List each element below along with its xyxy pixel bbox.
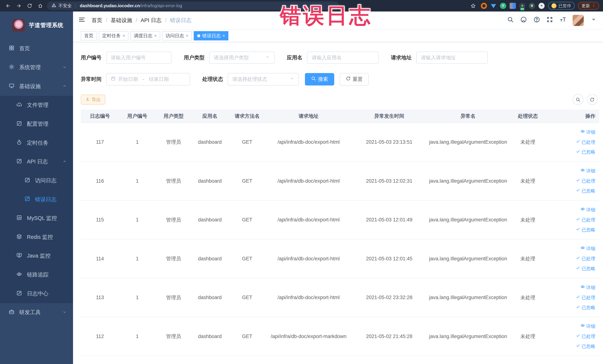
sidebar-item-config[interactable]: 配置管理 [0,115,73,133]
browser-home-icon[interactable] [36,1,45,10]
bookmark-star-icon[interactable] [469,1,477,10]
toggle-search-button[interactable] [573,94,583,105]
sidebar-item-label: 访问日志 [35,177,57,184]
not-secure-warning-icon[interactable] [52,3,56,9]
sidebar-item-home[interactable]: 首页 [0,39,73,58]
search-icon[interactable] [507,16,514,24]
close-tab-icon[interactable]: × [186,33,188,38]
action-已处理[interactable]: 已处理 [549,137,595,147]
sidebar-item-infra[interactable]: 基础设施 [0,77,73,96]
action-详细[interactable]: 详细 [549,282,595,293]
extension-leaf-icon[interactable]: ❦ [529,3,535,9]
breadcrumb-item[interactable]: 首页 [92,17,102,24]
browser-reload-icon[interactable] [25,1,34,10]
sidebar-item-java[interactable]: Java 监控 [0,247,73,266]
request-url-input[interactable]: 请输入请求地址 [416,52,488,64]
export-button-label: 导出 [92,97,101,103]
sidebar-item-error-log[interactable]: 错误日志 [0,190,73,209]
action-已忽略[interactable]: 已忽略 [549,264,595,274]
tab-调度日志[interactable]: 调度日志× [130,31,160,40]
tab-定时任务[interactable]: 定时任务× [99,31,128,40]
fullscreen-icon[interactable] [546,16,553,24]
action-详细[interactable]: 详细 [549,244,595,254]
github-icon[interactable] [520,16,527,24]
breadcrumb-item[interactable]: 基础设施 [111,17,132,24]
extension-adblock-icon[interactable] [481,3,487,9]
extension-vue-icon[interactable]: Y [500,3,506,9]
sidebar-item-label: 错误日志 [35,196,57,203]
caret-down-icon[interactable] [590,16,597,24]
paused-badge[interactable]: 已暂停 [548,2,575,10]
cell-user_id: 1 [119,278,156,317]
column-header: 用户编号 [119,110,156,123]
chevron-up-icon [61,83,68,89]
export-button[interactable]: 导出 [81,94,105,105]
extension-switch-icon[interactable]: ≡ [519,3,525,9]
action-详细[interactable]: 详细 [549,166,595,176]
user-id-input[interactable]: 请输入用户编号 [106,52,172,64]
process-status-select[interactable]: 请选择处理状态 [228,73,299,85]
action-已忽略[interactable]: 已忽略 [549,225,595,235]
tab-错误日志[interactable]: 错误日志× [194,31,228,40]
action-已处理[interactable]: 已处理 [549,254,595,264]
extension-drop-icon[interactable] [490,3,497,9]
sidebar-item-dev-tools[interactable]: 研发工具 [0,303,73,322]
close-tab-icon[interactable]: × [223,33,225,38]
cell-method: GET [228,200,266,239]
main-area: 首页/基础设施/API 日志/错误日志 首页定时任务×调度日志×访问日志×错误日… [73,12,603,364]
sidebar-item-mysql[interactable]: MySQL 监控 [0,209,73,228]
tab-label: 首页 [84,33,93,39]
reset-button[interactable]: 重置 [340,73,369,85]
sidebar-item-access-log[interactable]: 访问日志 [0,171,73,190]
close-tab-icon[interactable]: × [154,33,157,38]
help-icon[interactable] [533,16,540,24]
action-已处理[interactable]: 已处理 [549,215,595,225]
browser-forward-icon[interactable] [15,1,23,10]
eye-icon [580,282,585,293]
action-已处理[interactable]: 已处理 [549,331,595,341]
refresh-table-button[interactable] [587,94,598,105]
user-avatar[interactable] [573,15,584,26]
action-已处理[interactable]: 已处理 [549,176,595,186]
sidebar-item-system[interactable]: 系统管理 [0,58,73,77]
action-label: 已处理 [581,137,595,147]
action-已处理[interactable]: 已处理 [549,293,595,303]
close-tab-icon[interactable]: × [123,33,125,38]
cell-exception: java.lang.IllegalArgumentException [428,239,509,278]
input-placeholder: 请输入应用名 [312,54,342,61]
app-logo[interactable]: 芋道管理系统 [0,12,73,39]
sidebar-item-api-log[interactable]: API 日志 [0,152,73,171]
extension-puzzle-icon[interactable]: ✦ [538,3,545,9]
action-详细[interactable]: 详细 [549,321,595,331]
action-已忽略[interactable]: 已忽略 [549,147,595,157]
extension-grid-icon[interactable] [510,3,516,9]
sidebar-item-job[interactable]: 定时任务 [0,133,73,153]
sidebar-item-redis[interactable]: Redis 监控 [0,228,73,247]
action-已忽略[interactable]: 已忽略 [549,303,595,313]
address-bar[interactable]: 不安全 dashboard.yudao.iocoder.cn/infra/log… [47,1,339,10]
search-button[interactable]: 搜索 [305,73,334,85]
sidebar-item-file[interactable]: 文件管理 [0,96,73,115]
chevron-down-icon [61,65,68,71]
browser-back-icon[interactable] [4,1,12,10]
hamburger-menu-icon[interactable] [78,16,85,24]
sidebar-item-trace[interactable]: 链路追踪 [0,265,73,284]
font-size-icon[interactable] [560,16,566,24]
check-icon [576,264,580,274]
action-已忽略[interactable]: 已忽略 [549,341,595,351]
tab-首页[interactable]: 首页 [81,31,97,40]
cell-user_type: 管理员 [155,200,192,239]
browser-update-button[interactable]: 更新 [578,2,599,10]
action-已忽略[interactable]: 已忽略 [549,186,595,196]
action-详细[interactable]: 详细 [549,205,595,215]
tab-访问日志[interactable]: 访问日志× [162,31,192,40]
breadcrumb-item[interactable]: API 日志 [141,17,162,24]
app-name-input[interactable]: 请输入应用名 [307,52,379,64]
filter-exception-time: 异常时间 开始日期 - 结束日期 [81,73,190,85]
sidebar-item-log-center[interactable]: 日志中心 [0,284,73,303]
date-range-picker[interactable]: 开始日期 - 结束日期 [106,73,190,85]
browser-menu-icon[interactable] [591,3,596,9]
user-type-select[interactable]: 请选择用户类型 [209,52,275,64]
filter-label: 用户编号 [81,54,102,61]
action-详细[interactable]: 详细 [549,127,595,137]
